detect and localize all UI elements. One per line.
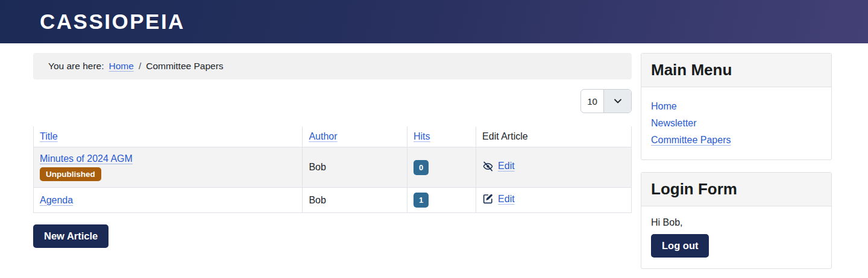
column-header-author: Author xyxy=(303,126,407,147)
pen-square-icon xyxy=(482,193,494,205)
table-actions: New Article xyxy=(33,224,632,248)
main-menu-body: Home Newsletter Committee Papers xyxy=(641,87,831,159)
breadcrumb-current: Committee Papers xyxy=(146,61,223,72)
menu-item-newsletter: Newsletter xyxy=(651,115,822,132)
table-row: Minutes of 2024 AGM Unpublished Bob 0 xyxy=(34,147,632,188)
hits-badge: 1 xyxy=(414,193,429,208)
author-cell: Bob xyxy=(303,188,407,213)
page-content: You are here: Home / Committee Papers 10… xyxy=(33,53,832,278)
new-article-button[interactable]: New Article xyxy=(33,224,108,248)
author-cell: Bob xyxy=(303,147,407,188)
article-title-link[interactable]: Agenda xyxy=(40,195,73,205)
column-header-edit: Edit Article xyxy=(476,126,632,147)
logout-button[interactable]: Log out xyxy=(651,234,709,258)
hits-cell: 1 xyxy=(407,188,476,213)
items-per-page-value: 10 xyxy=(581,90,603,113)
items-per-page-select[interactable]: 10 xyxy=(580,89,632,113)
table-row: Agenda Bob 1 xyxy=(34,188,632,213)
column-header-hits: Hits xyxy=(407,126,476,147)
menu-link-newsletter[interactable]: Newsletter xyxy=(651,118,697,128)
title-cell: Agenda xyxy=(34,188,303,213)
filter-row: 10 xyxy=(33,89,632,113)
menu-item-committee-papers: Committee Papers xyxy=(651,132,822,149)
edit-link-label: Edit xyxy=(498,194,515,205)
brand-logo[interactable]: CASSIOPEIA xyxy=(40,10,185,34)
login-form-body: Hi Bob, Log out xyxy=(641,206,831,268)
sort-hits-link[interactable]: Hits xyxy=(414,131,430,141)
menu-link-committee-papers[interactable]: Committee Papers xyxy=(651,135,731,145)
edit-cell: Edit xyxy=(476,147,632,188)
menu-link-home[interactable]: Home xyxy=(651,101,677,111)
status-badge: Unpublished xyxy=(40,167,101,181)
hits-cell: 0 xyxy=(407,147,476,188)
main-column: You are here: Home / Committee Papers 10… xyxy=(33,53,632,248)
breadcrumb-separator: / xyxy=(139,61,141,72)
breadcrumb: You are here: Home / Committee Papers xyxy=(33,53,632,79)
main-menu-title: Main Menu xyxy=(641,54,831,87)
column-header-title: Title xyxy=(34,126,303,147)
chevron-down-icon xyxy=(603,90,631,113)
article-title-link[interactable]: Minutes of 2024 AGM xyxy=(40,153,133,164)
login-greeting: Hi Bob, xyxy=(651,217,822,228)
menu-item-home: Home xyxy=(651,98,822,115)
eye-slash-icon xyxy=(482,161,494,172)
table-header-row: Title Author Hits Edit Article xyxy=(34,126,632,147)
sort-author-link[interactable]: Author xyxy=(309,131,337,141)
article-table: Title Author Hits Edit Article Minutes o… xyxy=(33,126,632,213)
edit-cell: Edit xyxy=(476,188,632,213)
sort-title-link[interactable]: Title xyxy=(40,131,58,141)
edit-article-link[interactable]: Edit xyxy=(482,161,515,172)
login-form-title: Login Form xyxy=(641,173,831,206)
site-header: CASSIOPEIA xyxy=(0,0,868,43)
login-form-card: Login Form Hi Bob, Log out xyxy=(641,172,832,269)
title-cell: Minutes of 2024 AGM Unpublished xyxy=(34,147,303,188)
breadcrumb-prefix: You are here: xyxy=(48,61,104,72)
breadcrumb-home-link[interactable]: Home xyxy=(109,61,134,72)
main-menu-list: Home Newsletter Committee Papers xyxy=(651,98,822,149)
sidebar: Main Menu Home Newsletter Committee Pape… xyxy=(641,53,832,278)
hits-badge: 0 xyxy=(414,160,429,175)
main-menu-card: Main Menu Home Newsletter Committee Pape… xyxy=(641,53,832,160)
edit-article-link[interactable]: Edit xyxy=(482,193,515,205)
edit-link-label: Edit xyxy=(498,161,515,171)
